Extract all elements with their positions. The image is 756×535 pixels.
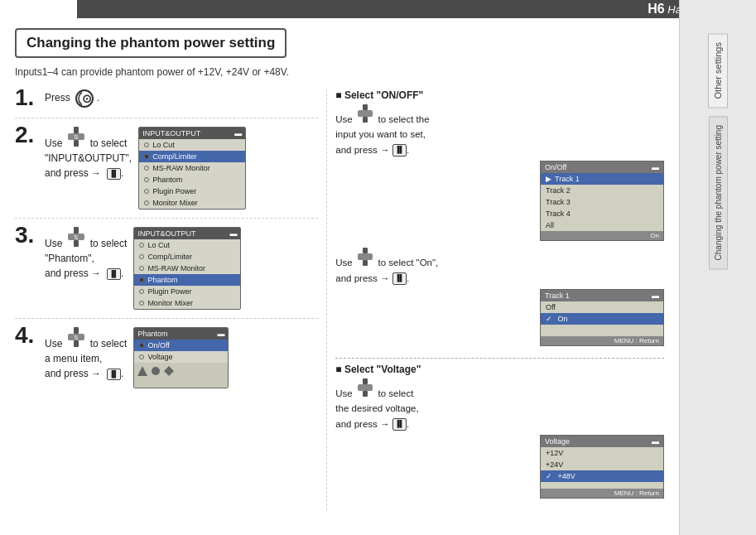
screen-title-4: Phantom ▬	[134, 328, 228, 340]
jog-dial-icon-2: ⇅	[68, 127, 84, 147]
step-1-period: .	[97, 92, 99, 104]
dot-filled-icon-3	[139, 343, 144, 348]
right-screen-row-1: On/Off▬ ▶ Track 1 Track 2 Track 3 Track …	[335, 161, 664, 241]
sidebar-tab-phantom: Changing the phantom power setting	[709, 116, 728, 269]
right-step-text-voltage: Use to select the desired voltage, and p…	[335, 378, 664, 431]
screen-icons-4	[134, 363, 228, 379]
dot-icon-11	[139, 354, 144, 359]
screen-item-phantom-2: Phantom	[139, 174, 245, 186]
svg-marker-14	[137, 366, 147, 376]
step-1-number: 1.	[15, 86, 45, 109]
enter-btn-4: ▐▌	[107, 369, 121, 380]
right-step-text-1a: Use to select the input you want to set,…	[335, 104, 664, 157]
section-label-onoff: Select "ON/OFF"	[335, 89, 664, 101]
rsm-item-48v: ✓ +48V	[541, 470, 663, 482]
step-1-text: Press .	[45, 89, 318, 108]
svg-text:⇅: ⇅	[74, 234, 79, 240]
dot-icon-9	[139, 289, 144, 294]
triangle-icon	[137, 366, 147, 376]
rsm-item-track2: Track 2	[541, 185, 663, 196]
enter-btn-3: ▐▌	[107, 268, 121, 280]
rsm-title-voltage: Voltage▬	[541, 436, 663, 447]
intro-text: Inputs1–4 can provide phantom power of +…	[15, 66, 664, 78]
svg-rect-25	[358, 384, 373, 391]
screen-item-ms-3: MS-RAW Monitor	[134, 263, 240, 274]
two-column-layout: 1. Press . 2.	[15, 89, 664, 510]
step-2-number: 2.	[15, 123, 45, 147]
rsm-spacer-v	[541, 482, 663, 489]
step-1-content: Press .	[45, 89, 318, 108]
screen-mock-4: Phantom ▬ On/Off Voltage	[133, 327, 229, 388]
dot-icon-2	[144, 166, 149, 171]
svg-rect-24	[363, 391, 368, 397]
svg-rect-3	[74, 140, 79, 147]
screen-item-onoff-4: On/Off	[134, 340, 228, 351]
svg-marker-16	[164, 366, 174, 376]
home-button-icon	[75, 89, 94, 108]
jog-dial-icon-3: ⇅	[68, 227, 84, 247]
title-box: Changing the phantom power setting	[15, 28, 287, 58]
svg-rect-21	[363, 260, 368, 266]
right-column: Select "ON/OFF" Use to select the input …	[326, 89, 664, 510]
right-screen-voltage: Voltage▬ +12V +24V ✓ +48V MENU : Return	[540, 435, 664, 499]
circle-icon	[151, 366, 161, 376]
home-icon-svg	[77, 89, 82, 108]
screen-item-plugin-3: Plugin Power	[134, 286, 240, 297]
svg-rect-7	[74, 240, 79, 247]
dot-filled-icon	[144, 154, 149, 159]
svg-rect-19	[358, 110, 373, 117]
rsm-item-24v: +24V	[541, 459, 663, 470]
enter-btn-r1b: ▐▌	[392, 272, 407, 285]
screen-title-2: INPUT&OUTPUT ▬	[139, 128, 245, 139]
dot-icon-3	[144, 177, 149, 182]
step-1: 1. Press .	[15, 89, 318, 118]
screen-mock-3: INPUT&OUTPUT ▬ Lo Cut Comp/Limiter MS-RA…	[133, 227, 241, 310]
step-2-content: Use ⇅ to select "INPUT&OUTPUT", and pres…	[45, 127, 318, 210]
jog-dial-icon-4: ⇅	[68, 327, 84, 347]
svg-rect-11	[74, 340, 79, 347]
screen-mock-2: INPUT&OUTPUT ▬ Lo Cut Comp/Limiter MS-RA…	[138, 127, 246, 210]
step-2: 2. Use ⇅ to select "INPUT&	[15, 127, 318, 219]
svg-rect-17	[363, 104, 368, 110]
svg-rect-18	[363, 117, 368, 123]
rsm-footer-on: On	[541, 231, 663, 240]
right-screen-onoff: On/Off▬ ▶ Track 1 Track 2 Track 3 Track …	[540, 161, 664, 241]
svg-rect-22	[358, 253, 373, 260]
step-3: 3. Use ⇅ to select "Phanto	[15, 227, 318, 319]
main-content: Changing the phantom power setting Input…	[0, 18, 679, 535]
screen-item-comp-3: Comp/Limiter	[134, 251, 240, 263]
step-3-number: 3.	[15, 224, 45, 247]
enter-btn-r1: ▐▌	[392, 144, 407, 157]
screen-item-monitor-3: Monitor Mixer	[134, 297, 240, 309]
screen-item-compressor-2: Comp/Limiter	[139, 151, 245, 162]
svg-rect-6	[74, 227, 79, 234]
svg-text:⇅: ⇅	[74, 134, 79, 140]
rsm-item-all: All	[541, 219, 663, 231]
screen-title-3: INPUT&OUTPUT ▬	[134, 228, 240, 239]
rsm-item-track4: Track 4	[541, 208, 663, 219]
rsm-footer-menu: MENU : Return	[541, 336, 663, 345]
jog-rv	[358, 378, 373, 397]
rsm-item-track3: Track 3	[541, 196, 663, 208]
dot-icon-5	[144, 200, 149, 205]
left-column: 1. Press . 2.	[15, 89, 326, 510]
screen-item-phantom-3: Phantom	[134, 274, 240, 286]
rsm-item-track1: ▶ Track 1	[541, 173, 663, 185]
screen-bottom-4	[134, 363, 228, 388]
rsm-title-track1: Track 1▬	[541, 290, 663, 301]
screen-item-msraw-2: MS-RAW Monitor	[139, 162, 245, 174]
rsm-title-onoff: On/Off▬	[541, 161, 663, 173]
step-3-text: Use ⇅ to select "Phantom", and press → ▐…	[45, 227, 127, 281]
screen-item-monitor-2: Monitor Mixer	[139, 197, 245, 209]
sidebar-tab-other-settings: Other settings	[708, 33, 728, 108]
right-screen-row-1b: Track 1▬ Off ✓ On MENU : Return	[335, 289, 664, 346]
svg-point-0	[79, 91, 82, 106]
step-4-with-image: Use ⇅ to select a menu item, and press →…	[45, 327, 318, 388]
step-2-text: Use ⇅ to select "INPUT&OUTPUT", and pres…	[45, 127, 132, 181]
section-label-voltage: Select "Voltage"	[335, 364, 664, 375]
screen-item-voltage-4: Voltage	[134, 351, 228, 363]
step-3-content: Use ⇅ to select "Phantom", and press → ▐…	[45, 227, 318, 310]
step-4-text: Use ⇅ to select a menu item, and press →…	[45, 327, 127, 381]
dot-filled-icon-2	[139, 277, 144, 282]
screen-item-locut-2: Lo Cut	[139, 139, 245, 151]
